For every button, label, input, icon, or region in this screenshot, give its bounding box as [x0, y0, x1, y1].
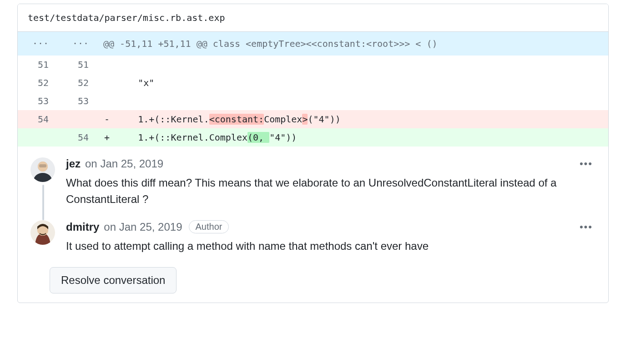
code-content: 1.+(::Kernel.Complex(0, "4"))	[116, 128, 608, 147]
new-line-num[interactable]: 51	[58, 56, 98, 74]
review-comments: jez on Jan 25, 2019 ••• What does this d…	[18, 147, 608, 254]
review-comment: dmitry on Jan 25, 2019 Author ••• It use…	[30, 220, 596, 254]
new-line-num[interactable]: 52	[58, 74, 98, 92]
review-comment: jez on Jan 25, 2019 ••• What does this d…	[30, 157, 596, 207]
comment-header: jez on Jan 25, 2019 •••	[66, 157, 596, 170]
old-line-num[interactable]: 54	[18, 110, 58, 128]
code-content	[116, 92, 608, 110]
diff-line: 52 52 "x"	[18, 74, 608, 92]
comment-author[interactable]: jez	[66, 157, 81, 170]
diff-line-addition: 54 + 1.+(::Kernel.Complex(0, "4"))	[18, 128, 608, 147]
expand-new[interactable]: ...	[58, 32, 98, 56]
diff-line: 51 51	[18, 56, 608, 74]
comment-timestamp[interactable]: on Jan 25, 2019	[85, 157, 163, 170]
review-thread-container: test/testdata/parser/misc.rb.ast.exp ...…	[17, 4, 609, 303]
file-path-header[interactable]: test/testdata/parser/misc.rb.ast.exp	[18, 4, 608, 32]
svg-rect-4	[39, 164, 46, 167]
kebab-icon[interactable]: •••	[577, 158, 596, 170]
new-line-num[interactable]: 54	[58, 128, 98, 147]
comment-timestamp[interactable]: on Jan 25, 2019	[104, 221, 182, 233]
diff-marker	[98, 56, 116, 74]
diff-marker: +	[98, 128, 116, 147]
resolve-section: Resolve conversation	[18, 267, 608, 303]
diff-marker: -	[98, 110, 116, 128]
old-line-num[interactable]: 51	[18, 56, 58, 74]
diff-table: ... ... @@ -51,11 +51,11 @@ class <empty…	[18, 32, 608, 147]
old-line-num[interactable]: 52	[18, 74, 58, 92]
new-line-num[interactable]: 53	[58, 92, 98, 110]
added-highlight: (0,	[247, 132, 269, 143]
old-line-num[interactable]: 53	[18, 92, 58, 110]
timeline-connector	[42, 185, 44, 220]
comment-author[interactable]: dmitry	[66, 221, 99, 233]
comment-body-text: It used to attempt calling a method with…	[66, 238, 596, 254]
hunk-header-text: @@ -51,11 +51,11 @@ class <emptyTree><<c…	[98, 32, 608, 56]
code-content: "x"	[116, 74, 608, 92]
old-line-num[interactable]	[18, 128, 58, 147]
new-line-num[interactable]	[58, 110, 98, 128]
expand-old[interactable]: ...	[18, 32, 58, 56]
comment-header: dmitry on Jan 25, 2019 Author •••	[66, 220, 596, 233]
diff-line: 53 53	[18, 92, 608, 110]
author-badge: Author	[189, 220, 229, 233]
removed-highlight: >	[302, 114, 308, 125]
comment-body-text: What does this diff mean? This means tha…	[66, 175, 596, 207]
avatar[interactable]	[30, 220, 55, 245]
hunk-header-row: ... ... @@ -51,11 +51,11 @@ class <empty…	[18, 32, 608, 56]
diff-line-deletion: 54 - 1.+(::Kernel.<constant:Complex>("4"…	[18, 110, 608, 128]
diff-marker	[98, 92, 116, 110]
code-content	[116, 56, 608, 74]
avatar[interactable]	[30, 157, 55, 182]
removed-highlight: <constant:	[209, 114, 264, 125]
kebab-icon[interactable]: •••	[577, 221, 596, 233]
diff-marker	[98, 74, 116, 92]
code-content: 1.+(::Kernel.<constant:Complex>("4"))	[116, 110, 608, 128]
resolve-conversation-button[interactable]: Resolve conversation	[50, 267, 177, 293]
